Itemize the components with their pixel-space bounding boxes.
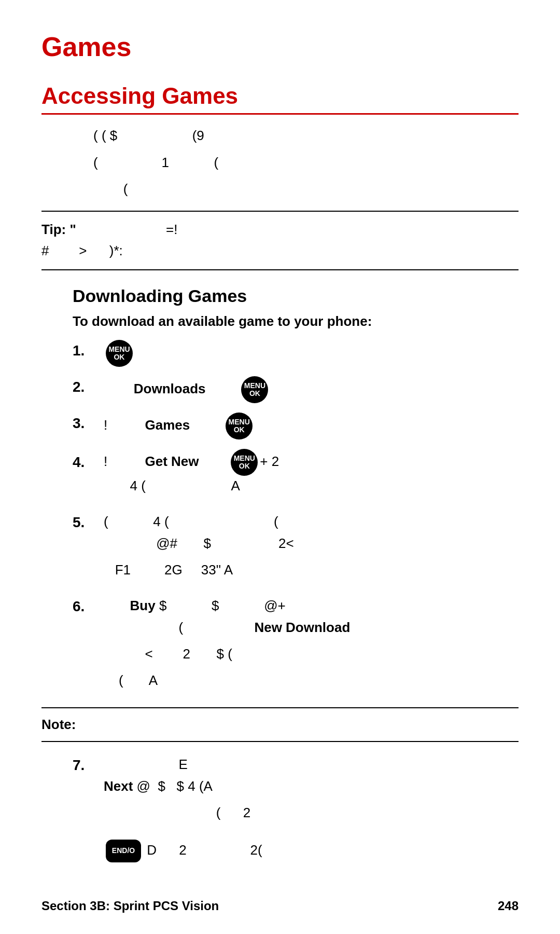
tip-line2: # > )*: [41, 240, 519, 262]
page-title: Games [41, 31, 519, 62]
step-7-subtext1: ( 2 [73, 803, 250, 823]
steps-list: 1. MENUOK 2. Downloads MENUOK 3. ! Games… [41, 340, 519, 697]
section-heading: Accessing Games [41, 83, 519, 115]
step-4-subtext: 4 ( A [73, 476, 240, 496]
step-6-content: Buy $ $ @+ [104, 596, 286, 616]
step-2-bold: Downloads [134, 381, 206, 396]
step-3-num: 3. [73, 413, 104, 434]
step-4-bold: Get New [145, 454, 199, 469]
step-4-content: ! Get New MENUOK+ 2 [104, 449, 279, 476]
step-7-container: 7. E Next @ $ $ 4 (A ( 2 END/O D 2 [41, 754, 519, 869]
intro-line-1: ( ( $ (9 [41, 125, 519, 147]
step-4-num: 4. [73, 451, 104, 473]
menu-ok-button-3: MENUOK [226, 413, 253, 439]
step-6-subtext3: ( A [73, 670, 158, 691]
footer: Section 3B: Sprint PCS Vision 248 [41, 899, 519, 913]
step-6: 6. Buy $ $ @+ ( New Download < 2 $ ( [73, 596, 519, 697]
menu-ok-button-2: MENUOK [241, 376, 268, 403]
tip-line1: Tip: " =! [41, 219, 519, 241]
step-1-content: MENUOK [104, 340, 519, 367]
step-7-num: 7. [73, 754, 104, 776]
step-6-bold: Buy [130, 598, 156, 613]
step-3-content: ! Games MENUOK [104, 413, 519, 439]
step-5-subtext1: @# $ 2< [73, 533, 294, 554]
step-3: 3. ! Games MENUOK [73, 413, 519, 439]
end-ok-button: END/O [106, 840, 141, 862]
step-7-next: Next @ $ $ 4 (A [73, 776, 213, 796]
step-5: 5. ( 4 ( ( @# $ 2< F1 2G 33" A [73, 512, 519, 586]
intro-line-3: ( [41, 178, 519, 200]
step-2-content: Downloads MENUOK [104, 376, 519, 403]
footer-right: 248 [498, 899, 519, 913]
step-7-content: E [104, 754, 188, 775]
step-1-num: 1. [73, 340, 104, 362]
step-7: 7. E Next @ $ $ 4 (A ( 2 END/O D 2 [73, 754, 519, 869]
step-2-num: 2. [73, 376, 104, 398]
step-6-num: 6. [73, 596, 104, 617]
tip-box: Tip: " =! # > )*: [41, 211, 519, 270]
step-5-num: 5. [73, 512, 104, 533]
note-label: Note: [41, 717, 76, 732]
footer-left: Section 3B: Sprint PCS Vision [41, 899, 219, 913]
intro-line-2: ( 1 ( [41, 152, 519, 174]
step-4: 4. ! Get New MENUOK+ 2 4 ( A [73, 449, 519, 502]
step-3-bold: Games [145, 417, 190, 433]
tip-label: Tip: " [41, 222, 76, 237]
page-content: Games Accessing Games ( ( $ (9 ( 1 ( ( T… [0, 0, 560, 919]
step-2: 2. Downloads MENUOK [73, 376, 519, 403]
step-6-subtext2: < 2 $ ( [73, 644, 232, 664]
menu-ok-button-1: MENUOK [106, 340, 133, 367]
step-1: 1. MENUOK [73, 340, 519, 367]
next-label: Next [104, 778, 133, 794]
step-7-end: END/O D 2 2( [73, 840, 262, 862]
step-5-subtext2: F1 2G 33" A [73, 560, 233, 580]
step-5-content: ( 4 ( ( [104, 512, 278, 532]
note-box: Note: [41, 707, 519, 742]
step-6-subtext1: ( New Download [73, 617, 350, 638]
subsection-intro: To download an available game to your ph… [41, 313, 519, 329]
menu-ok-button-4: MENUOK [231, 449, 258, 476]
subsection-title: Downloading Games [41, 286, 519, 306]
